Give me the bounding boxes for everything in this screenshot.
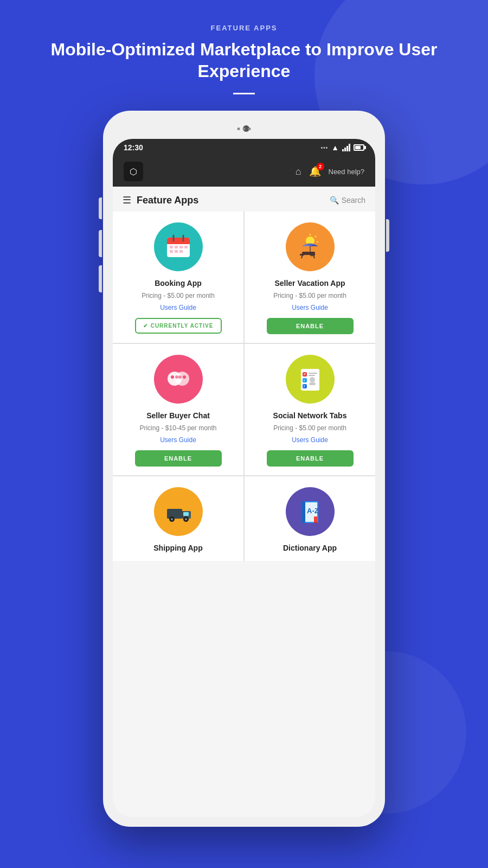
chat-app-icon bbox=[154, 355, 203, 404]
svg-rect-36 bbox=[309, 375, 315, 376]
page-subtitle: FEATURE APPS bbox=[0, 24, 488, 32]
svg-rect-10 bbox=[175, 250, 178, 253]
navbar-actions: ⌂ 🔔 2 Need help? bbox=[296, 165, 364, 177]
vacation-app-pricing: Pricing - $5.00 per month bbox=[273, 292, 346, 299]
app-logo: ⬡ bbox=[124, 162, 143, 181]
booking-users-guide-link[interactable]: Users Guide bbox=[160, 304, 196, 311]
svg-line-14 bbox=[315, 236, 316, 237]
social-app-icon: P t f bbox=[286, 355, 335, 404]
checkmark-icon: ✔ bbox=[143, 323, 148, 329]
svg-rect-38 bbox=[309, 382, 316, 385]
svg-rect-35 bbox=[309, 373, 317, 374]
app-card-dictionary: A-Z Dictionary App bbox=[245, 476, 375, 561]
hamburger-menu-icon[interactable]: ☰ bbox=[123, 194, 131, 206]
svg-rect-9 bbox=[170, 250, 173, 253]
social-users-guide-link[interactable]: Users Guide bbox=[292, 436, 328, 444]
booking-app-pricing: Pricing - $5.00 per month bbox=[142, 292, 215, 299]
svg-text:A-Z: A-Z bbox=[307, 507, 319, 515]
svg-point-37 bbox=[310, 377, 315, 382]
power-button bbox=[386, 219, 389, 252]
signal-icon bbox=[342, 144, 350, 151]
phone-notch bbox=[113, 120, 375, 137]
social-enable-button[interactable]: ENABLE bbox=[267, 450, 354, 467]
svg-rect-19 bbox=[311, 254, 315, 256]
app-card-booking: Booking App Pricing - $5.00 per month Us… bbox=[113, 212, 243, 343]
svg-point-24 bbox=[171, 375, 174, 379]
silent-button bbox=[99, 265, 102, 292]
chat-app-pricing: Pricing - $10-45 per month bbox=[139, 424, 216, 432]
volume-down-button bbox=[99, 230, 102, 257]
notification-badge: 2 bbox=[317, 163, 324, 170]
apps-grid: Booking App Pricing - $5.00 per month Us… bbox=[113, 212, 375, 561]
chat-app-name: Seller Buyer Chat bbox=[146, 411, 210, 420]
page-title: Mobile-Optimized Marketplace to Improve … bbox=[0, 39, 488, 82]
social-app-name: Social Network Tabs bbox=[273, 411, 347, 420]
app-navbar: ⬡ ⌂ 🔔 2 Need help? bbox=[113, 156, 375, 187]
status-icons: ••• ▲ bbox=[321, 143, 364, 152]
more-options-icon: ••• bbox=[321, 145, 329, 151]
vacation-users-guide-link[interactable]: Users Guide bbox=[292, 304, 328, 311]
svg-rect-7 bbox=[179, 246, 183, 248]
svg-rect-2 bbox=[167, 241, 190, 244]
help-text[interactable]: Need help? bbox=[329, 168, 365, 176]
chat-enable-button[interactable]: ENABLE bbox=[135, 450, 222, 467]
booking-active-button[interactable]: ✔ CURRENTLY ACTIVE bbox=[135, 318, 222, 334]
svg-rect-41 bbox=[183, 512, 189, 516]
social-app-pricing: Pricing - $5.00 per month bbox=[273, 424, 346, 432]
search-icon: 🔍 bbox=[330, 196, 339, 205]
title-divider bbox=[233, 93, 255, 94]
vacation-app-name: Seller Vacation App bbox=[274, 279, 345, 288]
svg-text:P: P bbox=[304, 373, 306, 376]
notifications-bell[interactable]: 🔔 2 bbox=[309, 165, 321, 177]
volume-up-button bbox=[99, 197, 102, 219]
section-title: Feature Apps bbox=[137, 195, 198, 206]
dictionary-app-icon: A-Z bbox=[286, 487, 335, 536]
vacation-app-icon bbox=[286, 222, 335, 271]
phone-screen: 12:30 ••• ▲ ⬡ bbox=[113, 139, 375, 817]
svg-rect-46 bbox=[182, 511, 183, 519]
phone-mockup: 12:30 ••• ▲ ⬡ bbox=[0, 111, 488, 827]
app-card-vacation: Seller Vacation App Pricing - $5.00 per … bbox=[245, 212, 375, 343]
svg-point-45 bbox=[185, 518, 187, 520]
svg-text:t: t bbox=[304, 379, 305, 382]
app-card-chat: Seller Buyer Chat Pricing - $10-45 per m… bbox=[113, 344, 243, 475]
vacation-enable-button[interactable]: ENABLE bbox=[267, 318, 354, 334]
shipping-app-name: Shipping App bbox=[153, 544, 202, 552]
booking-app-name: Booking App bbox=[155, 279, 202, 288]
status-bar: 12:30 ••• ▲ bbox=[113, 139, 375, 156]
home-icon[interactable]: ⌂ bbox=[296, 166, 301, 177]
status-time: 12:30 bbox=[124, 143, 143, 152]
svg-rect-48 bbox=[302, 501, 305, 523]
wifi-icon: ▲ bbox=[331, 143, 339, 152]
app-card-social: P t f Social Network Tabs Pricing - $5 bbox=[245, 344, 375, 475]
shipping-app-icon bbox=[154, 487, 203, 536]
battery-icon bbox=[354, 144, 364, 151]
svg-rect-39 bbox=[167, 509, 182, 519]
svg-rect-8 bbox=[184, 246, 188, 248]
search-row[interactable]: 🔍 Search bbox=[330, 196, 365, 205]
feature-apps-header: ☰ Feature Apps 🔍 Search bbox=[113, 187, 375, 212]
svg-rect-6 bbox=[175, 246, 178, 248]
booking-app-icon bbox=[154, 222, 203, 271]
dictionary-app-name: Dictionary App bbox=[283, 544, 337, 552]
svg-point-27 bbox=[183, 375, 186, 379]
svg-rect-5 bbox=[170, 246, 173, 248]
svg-point-43 bbox=[171, 518, 173, 520]
search-label: Search bbox=[342, 196, 365, 205]
chat-users-guide-link[interactable]: Users Guide bbox=[160, 436, 196, 444]
app-card-shipping: Shipping App bbox=[113, 476, 243, 561]
svg-rect-11 bbox=[179, 250, 183, 253]
